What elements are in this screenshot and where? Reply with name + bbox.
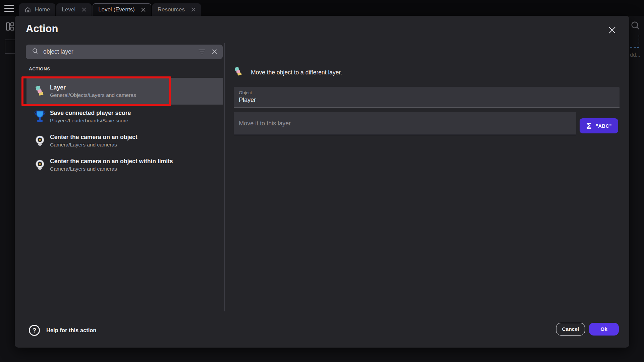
search-icon [32,48,39,56]
filter-icon[interactable] [199,49,205,55]
tab-label: Level (Events) [98,6,135,13]
hamburger-menu-icon[interactable] [4,5,14,12]
search-input[interactable] [43,48,154,55]
pane-divider [224,43,225,311]
sigma-icon: Σ [586,121,592,131]
help-label: Help for this action [46,327,96,334]
tab-level[interactable]: Level [56,3,92,16]
action-path: Players/Leaderboards/Save score [50,117,131,124]
tab-close-icon[interactable] [141,8,146,12]
expression-button-label: "ABC" [596,123,612,129]
help-icon: ? [29,325,40,336]
layers-icon [234,66,243,78]
layers-icon [34,85,46,97]
action-dialog: Action ACTIONS [15,16,629,348]
action-title: Layer [50,84,136,92]
layer-field [234,112,576,135]
webcam-icon [34,159,46,171]
action-title: Center the camera on an object [50,133,138,141]
action-list-item-center-camera[interactable]: Center the camera on an object Camera/La… [26,129,223,153]
action-description: Move the object to a different layer. [251,69,342,76]
object-field[interactable]: Object Player [234,87,620,108]
action-path: General/Objects/Layers and cameras [50,92,136,99]
tab-label: Level [62,6,75,13]
layout-panels-icon [6,22,14,32]
trophy-icon [34,110,46,123]
tab-close-icon[interactable] [82,7,86,12]
action-list-item-center-camera-limits[interactable]: Center the camera on an object within li… [26,153,223,177]
object-field-label: Object [239,90,614,95]
action-detail-pane: Move the object to a different layer. Ob… [234,67,620,78]
truncated-add-text: dd... [630,52,640,58]
background-panel-fragment [5,40,16,54]
webcam-icon [34,135,46,147]
action-list: Layer General/Objects/Layers and cameras… [26,78,223,177]
object-field-value: Player [239,97,614,104]
layer-input[interactable] [239,120,571,127]
top-bar: Home Level Level (Events) Resources [0,0,644,16]
tab-label: Home [35,6,50,13]
ok-button[interactable]: Ok [589,323,619,336]
tab-bar: Home Level Level (Events) Resources [19,3,201,16]
action-title: Center the camera on an object within li… [50,158,173,165]
clear-search-icon[interactable] [212,49,217,55]
tab-resources[interactable]: Resources [152,3,201,16]
home-icon [24,6,31,13]
action-path: Camera/Layers and cameras [50,165,173,172]
tab-label: Resources [158,6,185,13]
expression-editor-button[interactable]: Σ "ABC" [580,118,618,133]
action-title: Save connected player score [50,109,131,117]
search-icon[interactable] [630,20,641,33]
dialog-title: Action [26,23,58,35]
actions-section-label: ACTIONS [29,66,50,71]
tab-close-icon[interactable] [191,7,196,12]
help-link[interactable]: ? Help for this action [29,325,96,336]
selection-marquee-fragment [630,35,639,48]
dialog-close-icon[interactable] [606,24,618,36]
action-list-item-save-score[interactable]: Save connected player score Players/Lead… [26,105,223,129]
tab-home[interactable]: Home [19,3,55,16]
cancel-button[interactable]: Cancel [556,323,585,336]
action-list-item-layer[interactable]: Layer General/Objects/Layers and cameras [26,78,223,105]
action-path: Camera/Layers and cameras [50,141,138,148]
tab-level-events[interactable]: Level (Events) [93,3,151,16]
action-search-bar [26,45,223,59]
